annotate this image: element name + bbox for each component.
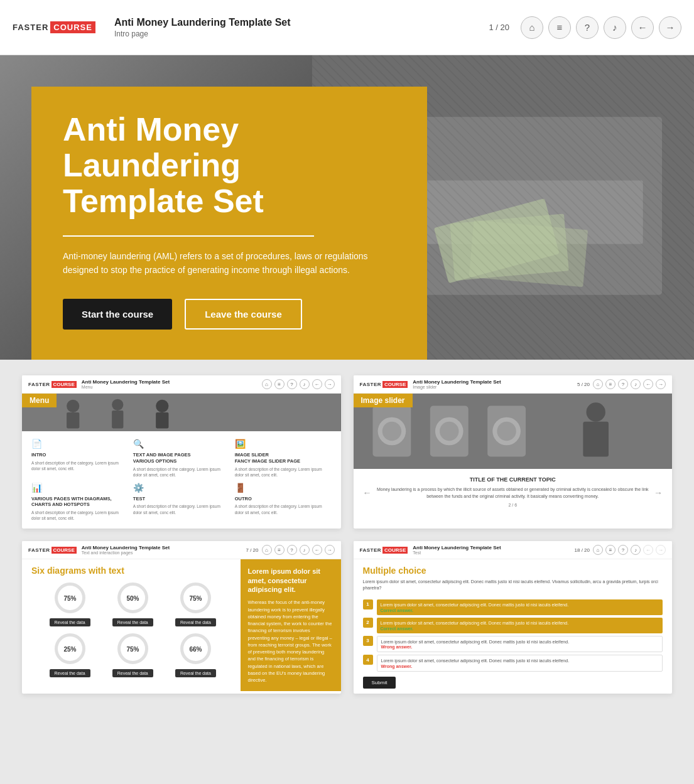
menu-button[interactable]: ≡ <box>548 16 571 39</box>
card4-desc: Lorem ipsum dolor sit amet, consectetur … <box>363 579 663 591</box>
page-subtitle: Intro page <box>114 30 489 38</box>
audio-button[interactable]: ♪ <box>604 16 626 39</box>
menu-item-intro[interactable]: 📄 INTRO A short description of the categ… <box>31 439 128 478</box>
card1-topbar: FASTER COURSE Anti Money Laundering Temp… <box>22 375 341 394</box>
intro-desc: A short description of the category. Lor… <box>31 460 128 471</box>
start-course-button[interactable]: Start the course <box>63 299 172 330</box>
card3-menu-icon[interactable]: ≡ <box>274 545 285 555</box>
diagrams-label: VARIOUS PAGES WITH DIAGRAMS, CHARTS AND … <box>31 496 128 508</box>
mc-option-2-box: Lorem ipsum dolor sit amet, consectetur … <box>377 618 663 633</box>
hero-yellow-overlay: Anti Money Laundering Template Set Anti-… <box>31 87 427 360</box>
card4-audio-icon[interactable]: ♪ <box>631 545 641 555</box>
svg-point-24 <box>497 422 516 441</box>
card3-home-icon[interactable]: ⌂ <box>262 545 272 555</box>
prev-button[interactable]: ← <box>631 16 654 39</box>
mc-option-4[interactable]: 4 Lorem ipsum dolor sit amet, consectetu… <box>363 655 663 672</box>
reveal-btn-1[interactable]: Reveal the data <box>50 618 90 626</box>
card3-section-title: Six diagrams with text <box>31 566 234 576</box>
card3-body: Six diagrams with text 75% Reveal the da… <box>22 559 341 691</box>
mc-option-3-answer: Wrong answer. <box>381 645 659 649</box>
course-title: Anti Money Laundering Template Set <box>114 17 489 28</box>
reveal-btn-2[interactable]: Reveal the data <box>112 618 153 626</box>
card1-next-icon[interactable]: → <box>325 379 335 389</box>
logo-faster-text: FASTER <box>13 23 48 32</box>
mc-option-1-text: Lorem ipsum dolor sit amet, consectetur … <box>381 602 659 608</box>
card2-home-icon[interactable]: ⌂ <box>593 379 603 389</box>
card1-menu-icon[interactable]: ≡ <box>274 379 285 389</box>
reveal-btn-5[interactable]: Reveal the data <box>112 669 153 677</box>
reveal-btn-6[interactable]: Reveal the data <box>175 669 216 677</box>
menu-item-diagrams[interactable]: 📊 VARIOUS PAGES WITH DIAGRAMS, CHARTS AN… <box>31 483 128 522</box>
top-nav-controls: 1 / 20 ⌂ ≡ ? ♪ ← → <box>489 16 681 39</box>
hero-divider <box>63 235 314 237</box>
card2-next-arrow[interactable]: → <box>654 486 663 498</box>
submit-button[interactable]: Submit <box>363 677 396 689</box>
card3-prev-icon[interactable]: ← <box>312 545 322 555</box>
card4-menu-icon[interactable]: ≡ <box>605 545 615 555</box>
logo-course-text: COURSE <box>50 21 95 33</box>
diagrams-card: FASTER COURSE Anti Money Laundering Temp… <box>22 541 341 694</box>
text-image-label: TEXT AND IMAGE PAGESVARIOUS OPTIONS <box>133 452 230 464</box>
top-navigation-bar: FASTER COURSE Anti Money Laundering Temp… <box>0 0 694 55</box>
menu-item-outro[interactable]: 🚪 OUTRO A short description of the categ… <box>235 483 332 522</box>
home-button[interactable]: ⌂ <box>521 16 543 39</box>
diagram-6: 66% Reveal the data <box>166 631 224 677</box>
card3-logo-faster: FASTER <box>28 547 50 553</box>
menu-item-test[interactable]: ⚙️ TEST A short description of the categ… <box>133 483 230 522</box>
card3-next-icon[interactable]: → <box>325 545 335 555</box>
next-icon: → <box>666 22 675 33</box>
card2-prev-arrow[interactable]: ← <box>363 486 372 498</box>
slider-card: FASTER COURSE Anti Money Laundering Temp… <box>354 375 673 529</box>
svg-text:75%: 75% <box>63 595 76 602</box>
mc-option-2[interactable]: 2 Lorem ipsum dolor sit amet, consectetu… <box>363 618 663 633</box>
card1-help-icon[interactable]: ? <box>287 379 297 389</box>
diagram-6-chart: 66% <box>178 631 213 666</box>
card4-title-area: Anti Money Laundering Template Set Test <box>413 545 574 555</box>
card1-home-icon[interactable]: ⌂ <box>262 379 272 389</box>
mc-option-3[interactable]: 3 Lorem ipsum dolor sit amet, consectetu… <box>363 636 663 653</box>
card3-page-count: 7 / 20 <box>246 547 258 553</box>
menu-icon: ≡ <box>557 22 563 33</box>
test-desc: A short description of the category. Lor… <box>133 503 230 515</box>
svg-point-25 <box>586 402 605 421</box>
menu-item-text-image[interactable]: 🔍 TEXT AND IMAGE PAGESVARIOUS OPTIONS A … <box>133 439 230 478</box>
card2-page-count: 5 / 20 <box>577 382 590 387</box>
svg-text:75%: 75% <box>189 595 202 602</box>
card2-audio-icon[interactable]: ♪ <box>631 379 641 389</box>
card2-next-icon[interactable]: → <box>656 379 666 389</box>
mc-options-list: 1 Lorem ipsum dolor sit amet, consectetu… <box>354 599 673 672</box>
outro-label: OUTRO <box>235 496 332 502</box>
mc-number-1: 1 <box>363 599 373 609</box>
card1-subtitle: Menu <box>82 385 262 389</box>
card4-home-icon[interactable]: ⌂ <box>593 545 603 555</box>
card4-next-icon[interactable]: → <box>656 545 666 555</box>
card3-help-icon[interactable]: ? <box>287 545 297 555</box>
leave-course-button[interactable]: Leave the course <box>185 299 302 330</box>
card4-prev-icon[interactable]: ← <box>643 545 653 555</box>
svg-text:66%: 66% <box>189 646 202 653</box>
hero-section: Anti Money Laundering Template Set Anti-… <box>0 55 694 360</box>
menu-item-image-slider[interactable]: 🖼️ IMAGE SLIDERFANCY IMAGE SLIDER PAGE A… <box>235 439 332 478</box>
multiple-choice-card: FASTER COURSE Anti Money Laundering Temp… <box>354 541 673 694</box>
reveal-btn-3[interactable]: Reveal the data <box>175 618 216 626</box>
card1-audio-icon[interactable]: ♪ <box>300 379 310 389</box>
outro-icon: 🚪 <box>235 483 332 493</box>
card1-prev-icon[interactable]: ← <box>312 379 322 389</box>
reveal-btn-4[interactable]: Reveal the data <box>50 669 90 677</box>
card4-nav-icons: ⌂ ≡ ? ♪ ← → <box>593 545 666 555</box>
card2-menu-icon[interactable]: ≡ <box>605 379 615 389</box>
text-image-icon: 🔍 <box>133 439 230 449</box>
card2-logo-faster: FASTER <box>360 382 382 387</box>
card3-audio-icon[interactable]: ♪ <box>300 545 310 555</box>
mc-option-1[interactable]: 1 Lorem ipsum dolor sit amet, consectetu… <box>363 599 663 615</box>
card4-help-icon[interactable]: ? <box>618 545 628 555</box>
card1-menu-grid: 📄 INTRO A short description of the categ… <box>22 431 341 529</box>
card2-help-icon[interactable]: ? <box>618 379 628 389</box>
diagram-5: 75% Reveal the data <box>104 631 161 677</box>
card2-prev-icon[interactable]: ← <box>643 379 653 389</box>
prev-icon: ← <box>638 22 648 33</box>
next-button[interactable]: → <box>659 16 681 39</box>
help-button[interactable]: ? <box>576 16 599 39</box>
hero-title: Anti Money Laundering Template Set <box>63 112 396 220</box>
card2-nav-icons: ⌂ ≡ ? ♪ ← → <box>593 379 666 389</box>
